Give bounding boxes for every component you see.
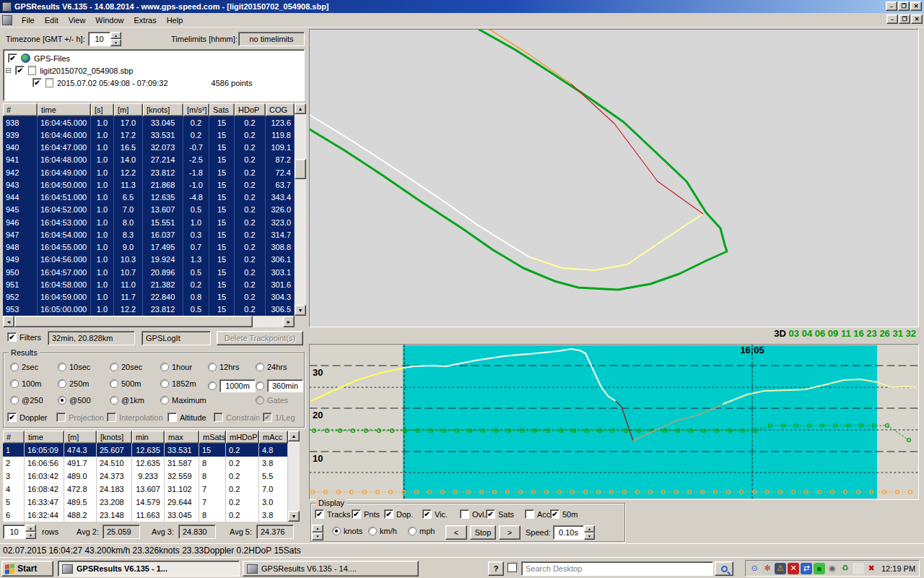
table-row[interactable]: 94616:04:53.0001.08.015.5511.0150.2323.0 — [3, 216, 295, 228]
column-header-m[interactable]: [m] — [114, 103, 143, 116]
display-checkbox-50m[interactable]: ✔50m — [550, 509, 578, 519]
column-header-sats[interactable]: Sats — [209, 103, 235, 116]
radio-250m[interactable]: 250m — [58, 379, 90, 388]
minimize-icon[interactable]: – — [886, 1, 897, 11]
graph-scale-spinner[interactable]: ▲ ▼ — [312, 525, 323, 540]
display-checkbox-sats[interactable]: ✔Sats — [486, 509, 514, 519]
radio-1hour[interactable]: 1hour — [160, 363, 192, 371]
sync-tray-icon[interactable]: ⇄ — [801, 563, 812, 574]
step-back-button[interactable]: < — [445, 525, 467, 540]
table-row[interactable]: 94216:04:49.0001.012.223.812-1.8150.272.… — [3, 166, 295, 178]
column-header-macc[interactable]: mAcc — [259, 431, 288, 444]
track-map[interactable] — [309, 29, 919, 327]
replay-speed-spinner[interactable]: 0.10s ▲▼ — [553, 525, 595, 540]
table-row[interactable]: 94116:04:48.0001.014.027.214-2.5150.287.… — [3, 154, 295, 166]
magnifier-tray-icon[interactable]: ⊙ — [749, 563, 760, 574]
close-icon[interactable]: ✕ — [910, 1, 922, 11]
display-checkbox-tracks[interactable]: ✔Tracks — [315, 509, 351, 519]
column-header-hdop[interactable]: HDoP — [235, 103, 266, 116]
mdi-close-icon[interactable]: ✕ — [911, 14, 923, 24]
mdi-restore-icon[interactable]: ❐ — [899, 14, 910, 24]
table-row[interactable]: 94916:04:56.0001.010.319.9241.3150.2306.… — [3, 254, 295, 266]
table-row[interactable]: 94016:04:47.0001.016.532.073-0.7150.2109… — [3, 142, 295, 154]
menu-window[interactable]: Window — [90, 14, 128, 27]
column-header-knots[interactable]: [knots] — [97, 431, 132, 444]
start-button[interactable]: Start — [1, 561, 53, 577]
column-header-min[interactable]: min — [132, 431, 165, 444]
taskbar-task-1[interactable]: GPSResults V6.135 - 1... — [58, 561, 240, 577]
search-button[interactable] — [715, 561, 733, 576]
mdi-minimize-icon[interactable]: – — [886, 14, 898, 24]
radio-12hrs[interactable]: 12hrs — [208, 363, 240, 371]
package-tray-icon[interactable]: ■ — [814, 563, 825, 574]
menu-help[interactable]: Help — [162, 14, 188, 27]
recycle-tray-icon[interactable]: ♻ — [840, 563, 851, 574]
mouse-tray-icon[interactable] — [853, 563, 864, 574]
column-header-cog[interactable]: COG — [266, 103, 295, 116]
results-table-vscrollbar[interactable]: ▲ ▼ — [288, 431, 300, 522]
taskbar-task-2[interactable]: GPSResults V6.135 - 14.... — [243, 561, 419, 577]
track-table-hscrollbar[interactable]: ◄ ► — [3, 316, 295, 327]
menu-extras[interactable]: Extras — [128, 14, 161, 27]
title-bar[interactable]: GPSResults V6.135 - 14.08.2014 - www.gps… — [0, 0, 924, 13]
unit-radio-mph[interactable]: mph — [408, 527, 435, 535]
file-checkbox[interactable]: ✔ — [15, 66, 25, 75]
tree-session[interactable]: ✔ 2015.07.02 05:49:08 - 07:09:32 4586 po… — [32, 77, 252, 88]
radio-2sec[interactable]: 2sec — [10, 363, 38, 371]
column-header-max[interactable]: max — [165, 431, 199, 444]
column-header-s[interactable]: [s] — [91, 103, 114, 116]
tree-file[interactable]: ⊟ ✔ ligit20150702_054908.sbp — [5, 65, 133, 76]
custom-value-input[interactable]: 1000m — [219, 379, 256, 392]
table-row[interactable]: 95016:04:57.0001.010.720.8960.5150.2303.… — [3, 266, 295, 278]
device-field[interactable]: GPSLogIt — [141, 331, 211, 345]
radio-1000m[interactable]: 1000m — [208, 379, 256, 392]
column-header-knots[interactable]: [knots] — [143, 103, 183, 116]
display-checkbox-dop[interactable]: ✔Dop. — [384, 509, 413, 519]
table-row[interactable]: 94516:04:52.0001.07.013.6070.5150.2326.0 — [3, 204, 295, 216]
radio-500m[interactable]: 500m — [110, 379, 141, 388]
radio-20sec[interactable]: 20sec — [110, 363, 142, 371]
table-row[interactable]: 516:33:47489.523.20814.57929.64470.23.0 — [3, 496, 288, 509]
column-header-m[interactable]: [m] — [64, 431, 97, 444]
session-checkbox[interactable]: ✔ — [32, 78, 42, 87]
column-header-time[interactable]: time — [38, 103, 91, 116]
table-row[interactable]: 94816:04:55.0001.09.017.4950.7150.2308.8 — [3, 241, 295, 254]
column-header-mhdop[interactable]: mHDoP — [226, 431, 259, 444]
unit-radio-kmh[interactable]: km/h — [368, 527, 397, 535]
timezone-spinner[interactable]: 10 ▲▼ — [88, 32, 121, 46]
radio-10sec[interactable]: 10sec — [58, 363, 90, 371]
table-row[interactable]: 95316:05:00.0001.012.223.8120.5150.2306.… — [3, 303, 295, 316]
table-row[interactable]: 94416:04:51.0001.06.512.635-4.8150.2343.… — [3, 191, 295, 204]
help-button[interactable]: ? — [488, 561, 504, 576]
hourglass-error-tray-icon[interactable]: ✖ — [866, 563, 877, 574]
speed-graph[interactable]: 30201016:05 — [309, 344, 919, 500]
checkbox-altitude[interactable]: Altitude — [167, 413, 206, 422]
tree-root[interactable]: ✔ GPS-Files — [8, 53, 70, 64]
restore-icon[interactable]: ❐ — [898, 1, 910, 11]
shield-error-tray-icon[interactable]: ✕ — [788, 563, 799, 574]
track-table-vscrollbar[interactable]: ▲ ▼ — [295, 103, 306, 316]
column-header-msats[interactable]: mSats — [199, 431, 226, 444]
table-row[interactable]: 94316:04:50.0001.011.321.868-1.0150.263.… — [3, 178, 295, 191]
display-checkbox-vic[interactable]: ✔Vic. — [422, 509, 448, 519]
column-header-time[interactable]: time — [25, 431, 64, 444]
stop-button[interactable]: Stop — [470, 525, 496, 540]
globe-tray-icon[interactable]: ◉ — [827, 563, 838, 574]
table-row[interactable]: 116:05:09474.325.60712.63533.531150.24.8 — [3, 444, 288, 457]
checkbox-doppler[interactable]: ✔Doppler — [7, 413, 48, 422]
radio-1km[interactable]: @1km — [110, 396, 144, 405]
radio-1852m[interactable]: 1852m — [160, 379, 196, 388]
gears-error-tray-icon[interactable]: ✻ — [762, 563, 773, 574]
column-header-ms[interactable]: [m/s²] — [183, 103, 209, 116]
table-row[interactable]: 94716:04:54.0001.08.316.0370.3150.2314.7 — [3, 228, 295, 241]
table-row[interactable]: 616:32:44488.223.14811.66333.04580.23.8 — [3, 509, 288, 522]
search-input[interactable]: Search Desktop — [521, 561, 713, 576]
filters-summary-field[interactable]: 32min, 20.828km — [48, 331, 135, 345]
timelimits-value[interactable]: no timelimits — [238, 32, 305, 46]
column-header-[interactable]: # — [3, 431, 25, 444]
document-icon[interactable] — [2, 15, 12, 25]
step-forward-button[interactable]: > — [499, 525, 520, 540]
table-row[interactable]: 316:03:42489.024.3739.23332.55980.25.5 — [3, 470, 288, 483]
rows-spinner[interactable]: 10 ▲▼ — [3, 525, 36, 539]
window-stack-icon[interactable] — [507, 563, 517, 572]
